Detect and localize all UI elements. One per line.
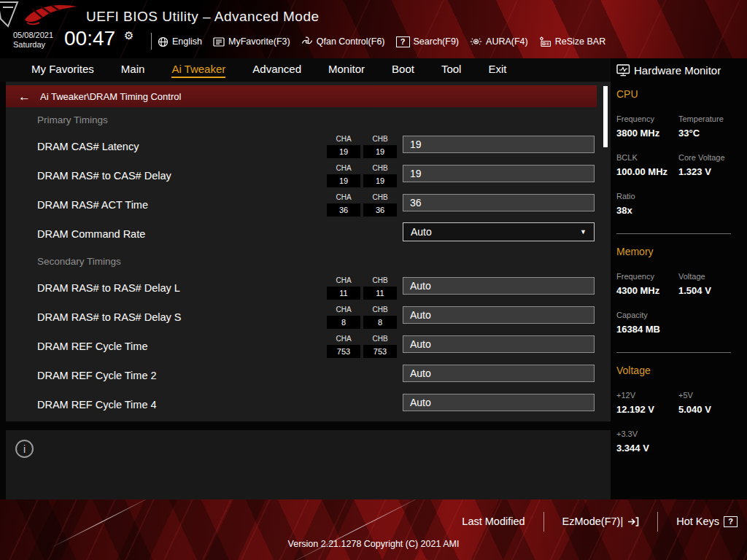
setting-input[interactable] — [403, 365, 595, 382]
hw-stat-value: 12.192 V — [616, 404, 678, 415]
channel-b-header: CHB — [363, 164, 397, 173]
ezmode-label: EzMode(F7)| — [562, 516, 624, 527]
hw-section-cpu: CPU — [616, 88, 741, 100]
ezmode-button[interactable]: EzMode(F7)| — [562, 516, 640, 527]
setting-label: DRAM REF Cycle Time — [37, 341, 147, 352]
toolbar-aura-button[interactable]: AURA(F4) — [470, 36, 528, 47]
hw-stat-label: +5V — [678, 391, 740, 400]
divider — [616, 233, 731, 234]
setting-row: DRAM CAS# Latency CHA 19 CHB 19 — [6, 132, 611, 161]
footer: Last Modified EzMode(F7)| Hot Keys ? Ver… — [0, 499, 747, 560]
scrollbar-thumb[interactable] — [603, 86, 608, 147]
toolbar-language-button[interactable]: English — [158, 36, 202, 47]
hw-stat-value: 1.323 V — [678, 166, 740, 177]
hw-stat-value: 33°C — [678, 128, 740, 139]
setting-input[interactable] — [403, 194, 595, 211]
setting-row: DRAM RAS# to CAS# Delay CHA 19 CHB 19 — [6, 161, 611, 190]
channel-a-header: CHA — [327, 135, 360, 144]
hw-stat-memory-voltage: Voltage 1.504 V — [678, 272, 740, 296]
setting-input[interactable] — [403, 306, 595, 324]
toolbar-search-button[interactable]: ? Search(F9) — [396, 36, 460, 47]
setting-input[interactable] — [403, 136, 595, 153]
datetime-date: 05/08/2021 Saturday — [13, 31, 53, 50]
channel-b-header: CHB — [363, 306, 397, 314]
toolbar-label: AURA(F4) — [486, 36, 528, 47]
setting-label: DRAM RAS# to CAS# Delay — [37, 170, 171, 182]
channel-a-readout: CHA 8 — [327, 306, 360, 329]
channel-a-value: 19 — [327, 174, 360, 187]
toolbar-myfavorite-button[interactable]: MyFavorite(F3) — [213, 36, 290, 47]
scrollbar[interactable] — [603, 85, 608, 420]
channel-a-readout: CHA 11 — [327, 276, 360, 300]
setting-row: DRAM RAS# to RAS# Delay S CHA 8 CHB 8 — [6, 303, 611, 332]
toolbar-label: ReSize BAR — [555, 36, 605, 47]
section-header: Primary Timings — [6, 107, 611, 132]
myfavorite-icon — [213, 37, 225, 47]
setting-input[interactable] — [403, 165, 595, 182]
hw-stat-label: +3.3V — [616, 429, 678, 438]
dram-command-rate-select[interactable]: Auto ▼ — [403, 222, 595, 241]
toolbar-label: Qfan Control(F6) — [317, 36, 385, 47]
hot-keys-button[interactable]: Hot Keys ? — [676, 516, 738, 527]
last-modified-label: Last Modified — [462, 516, 525, 527]
back-arrow-icon[interactable]: ← — [18, 90, 31, 103]
footer-actions: Last Modified EzMode(F7)| Hot Keys ? — [0, 505, 747, 537]
channel-a-header: CHA — [327, 193, 360, 202]
hw-stat-memory-frequency: Frequency 4300 MHz — [616, 272, 678, 296]
breadcrumb-path: Ai Tweaker\DRAM Timing Control — [40, 91, 181, 102]
hw-stat-label: Ratio — [616, 192, 678, 201]
hw-stat-cpu-temperature: Temperature 33°C — [678, 114, 740, 139]
clock-settings-gear-icon[interactable]: ⚙ — [124, 29, 133, 42]
toolbar-resize-bar-button[interactable]: ReSize BAR — [539, 36, 605, 47]
channel-a-header: CHA — [327, 335, 360, 343]
setting-input[interactable] — [403, 394, 595, 411]
globe-icon — [158, 36, 169, 47]
hw-stat-label: Frequency — [616, 114, 678, 123]
tab-tool[interactable]: Tool — [441, 63, 462, 78]
resize-bar-icon — [539, 36, 551, 47]
hot-keys-label: Hot Keys — [676, 516, 719, 527]
question-box-icon: ? — [724, 516, 738, 527]
version-text: Version 2.21.1278 Copyright (C) 2021 AMI — [0, 539, 747, 549]
channel-b-readout: CHB 36 — [363, 193, 397, 217]
footer-separator — [657, 512, 658, 532]
hw-stat-label: Temperature — [678, 114, 740, 123]
toolbar-qfan-button[interactable]: Qfan Control(F6) — [301, 36, 385, 47]
setting-row: DRAM REF Cycle Time 4 — [6, 390, 611, 419]
tab-main[interactable]: Main — [121, 63, 145, 78]
clock-time: 00:47 — [64, 27, 115, 50]
hw-section-voltage: Voltage — [616, 365, 741, 376]
bios-screen: UEFI BIOS Utility – Advanced Mode 05/08/… — [0, 0, 747, 560]
channel-b-readout: CHB 11 — [363, 276, 397, 300]
monitor-icon — [616, 64, 630, 77]
menu-bar: My Favorites Main Ai Tweaker Advanced Mo… — [0, 58, 611, 82]
last-modified-button[interactable]: Last Modified — [462, 516, 525, 527]
setting-input[interactable] — [403, 335, 595, 353]
footer-separator — [543, 512, 544, 532]
tab-boot[interactable]: Boot — [392, 63, 414, 78]
channel-a-readout: CHA 753 — [327, 335, 360, 358]
hw-row: BCLK 100.00 MHz Core Voltage 1.323 V — [616, 153, 741, 177]
aura-icon — [470, 36, 482, 47]
setting-row: DRAM REF Cycle Time 2 — [6, 361, 611, 390]
tab-exit[interactable]: Exit — [488, 63, 506, 78]
question-box-icon: ? — [396, 36, 410, 47]
hw-stat-value: 38x — [616, 205, 678, 216]
tab-advanced[interactable]: Advanced — [252, 63, 301, 78]
top-separator — [151, 33, 152, 50]
channel-b-value: 19 — [363, 145, 397, 158]
tab-monitor[interactable]: Monitor — [328, 63, 365, 78]
hardware-monitor-title: Hardware Monitor — [634, 64, 721, 77]
channel-b-header: CHB — [363, 193, 397, 202]
channel-b-value: 36 — [363, 203, 397, 217]
channel-b-readout: CHB 19 — [363, 135, 397, 158]
hw-row: +3.3V 3.344 V — [616, 429, 741, 454]
hardware-monitor-panel: Hardware Monitor CPU Frequency 3800 MHz … — [611, 58, 747, 499]
hw-row: Ratio 38x — [616, 192, 741, 216]
tab-ai-tweaker[interactable]: Ai Tweaker — [171, 63, 225, 78]
hw-row: Frequency 4300 MHz Voltage 1.504 V — [616, 272, 741, 296]
setting-input[interactable] — [403, 277, 595, 295]
tab-my-favorites[interactable]: My Favorites — [31, 63, 94, 78]
hw-stat-core-voltage: Core Voltage 1.323 V — [678, 153, 740, 177]
channel-a-value: 11 — [327, 287, 360, 300]
